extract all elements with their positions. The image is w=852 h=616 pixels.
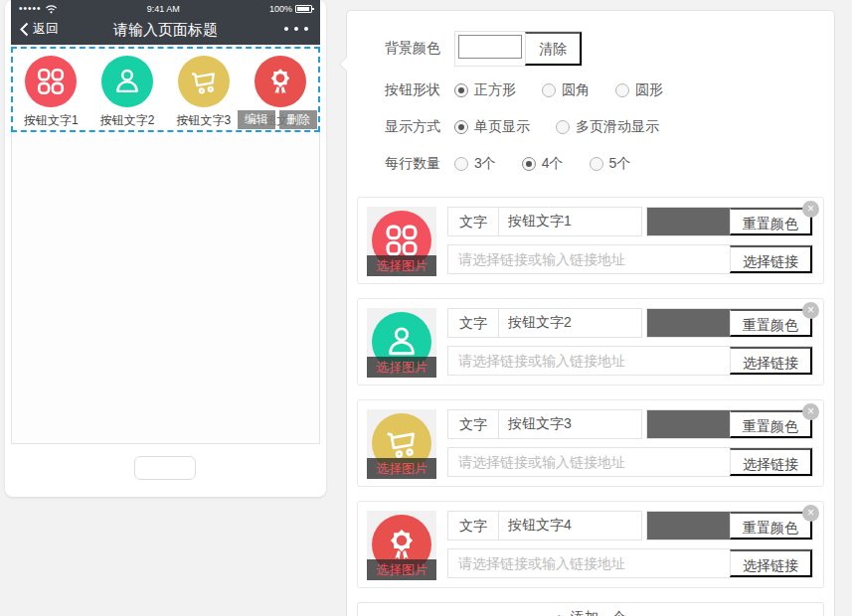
phone-header: ••••• 9:41 AM 100% 返回 请输入页面标题 bbox=[11, 0, 320, 45]
option-label: 圆角 bbox=[562, 81, 590, 99]
item-cards-list: 选择图片 文字 重置颜色 选择链接 × bbox=[347, 192, 834, 588]
clear-color-button[interactable]: 清除 bbox=[525, 32, 582, 66]
per-row-row: 每行数量 3个 4个 5个 bbox=[385, 151, 824, 177]
back-chevron-icon bbox=[20, 22, 29, 37]
image-tile[interactable]: 选择图片 bbox=[367, 207, 436, 276]
add-item-label: 添加一个 bbox=[571, 609, 626, 616]
reset-color-button[interactable]: 重置颜色 bbox=[730, 309, 812, 337]
radio-icon bbox=[590, 157, 603, 171]
menu-dots-icon[interactable] bbox=[284, 27, 308, 31]
button-text-input[interactable] bbox=[499, 410, 641, 438]
color-swatch[interactable] bbox=[647, 309, 730, 337]
reset-color-button[interactable]: 重置颜色 bbox=[730, 208, 812, 235]
option-label: 5个 bbox=[609, 155, 631, 173]
select-image-button[interactable]: 选择图片 bbox=[367, 458, 436, 479]
per-row-option-3[interactable]: 3个 bbox=[454, 155, 496, 173]
per-row-option-5[interactable]: 5个 bbox=[590, 155, 631, 173]
status-bar: ••••• 9:41 AM 100% bbox=[11, 0, 320, 16]
selected-component-area[interactable]: 按钮文字1 按钮文字2 按钮文字3 按钮文字4 编辑 删除 bbox=[11, 47, 320, 132]
shape-option-circle[interactable]: 圆形 bbox=[615, 81, 663, 99]
edit-badge[interactable]: 编辑 bbox=[238, 110, 275, 129]
radio-icon bbox=[454, 120, 468, 134]
per-row-label: 每行数量 bbox=[385, 155, 454, 173]
select-link-button[interactable]: 选择链接 bbox=[730, 347, 812, 375]
item-card-4: 选择图片 文字 重置颜色 选择链接 × bbox=[357, 501, 824, 588]
select-image-button[interactable]: 选择图片 bbox=[367, 255, 436, 276]
preview-button-label: 按钮文字2 bbox=[100, 112, 155, 129]
empty-slot-button[interactable] bbox=[134, 456, 196, 480]
shape-option-rounded[interactable]: 圆角 bbox=[542, 81, 590, 99]
option-label: 单页显示 bbox=[474, 118, 530, 136]
display-option-multi[interactable]: 多页滑动显示 bbox=[556, 118, 659, 136]
reset-color-button[interactable]: 重置颜色 bbox=[730, 512, 812, 539]
radio-icon bbox=[615, 83, 629, 97]
link-input[interactable] bbox=[448, 245, 730, 273]
image-tile[interactable]: 选择图片 bbox=[367, 511, 436, 580]
shape-row: 按钮形状 正方形 圆角 圆形 bbox=[385, 77, 824, 103]
option-label: 3个 bbox=[474, 155, 496, 173]
back-button[interactable]: 返回 bbox=[20, 20, 59, 38]
person-icon bbox=[101, 56, 153, 107]
link-input[interactable] bbox=[448, 448, 730, 476]
delete-badge[interactable]: 删除 bbox=[279, 110, 317, 129]
link-input[interactable] bbox=[448, 347, 730, 375]
image-tile[interactable]: 选择图片 bbox=[367, 409, 436, 479]
status-time: 9:41 AM bbox=[147, 4, 180, 14]
add-item-button[interactable]: + 添加一个 bbox=[357, 602, 824, 616]
option-label: 多页滑动显示 bbox=[576, 118, 659, 136]
close-icon[interactable]: × bbox=[802, 302, 819, 319]
reset-color-button[interactable]: 重置颜色 bbox=[730, 410, 812, 438]
cart-icon bbox=[178, 56, 230, 107]
display-mode-row: 显示方式 单页显示 多页滑动显示 bbox=[385, 114, 824, 140]
link-input[interactable] bbox=[448, 549, 730, 577]
preview-button-label: 按钮文字3 bbox=[177, 112, 232, 129]
preview-button-2[interactable]: 按钮文字2 bbox=[89, 56, 166, 129]
grid-icon bbox=[25, 56, 77, 107]
settings-panel: 背景颜色 清除 按钮形状 正方形 圆角 圆形 bbox=[346, 10, 835, 616]
button-text-input[interactable] bbox=[499, 208, 641, 235]
radio-icon bbox=[454, 83, 468, 97]
preview-button-1[interactable]: 按钮文字1 bbox=[13, 56, 89, 129]
shape-option-square[interactable]: 正方形 bbox=[454, 81, 516, 99]
button-text-input[interactable] bbox=[499, 309, 641, 337]
bg-color-row: 背景颜色 清除 bbox=[385, 31, 824, 67]
text-field-label: 文字 bbox=[448, 208, 499, 235]
color-swatch[interactable] bbox=[647, 512, 730, 539]
item-card-2: 选择图片 文字 重置颜色 选择链接 × bbox=[357, 298, 824, 385]
color-swatch[interactable] bbox=[647, 208, 730, 235]
bg-color-input[interactable] bbox=[458, 35, 522, 59]
select-image-button[interactable]: 选择图片 bbox=[367, 559, 436, 580]
option-label: 4个 bbox=[542, 155, 564, 173]
item-card-1: 选择图片 文字 重置颜色 选择链接 × bbox=[357, 197, 824, 284]
option-label: 正方形 bbox=[474, 81, 516, 99]
radio-icon bbox=[542, 83, 556, 97]
back-label: 返回 bbox=[33, 20, 59, 38]
display-mode-label: 显示方式 bbox=[385, 118, 454, 136]
display-option-single[interactable]: 单页显示 bbox=[454, 118, 530, 136]
text-field-label: 文字 bbox=[448, 512, 499, 539]
close-icon[interactable]: × bbox=[802, 201, 819, 218]
option-label: 圆形 bbox=[635, 81, 663, 99]
select-link-button[interactable]: 选择链接 bbox=[730, 549, 812, 577]
preview-button-3[interactable]: 按钮文字3 bbox=[166, 56, 243, 129]
select-link-button[interactable]: 选择链接 bbox=[730, 448, 812, 476]
badge-icon bbox=[255, 56, 306, 107]
close-icon[interactable]: × bbox=[802, 403, 819, 420]
per-row-option-4[interactable]: 4个 bbox=[522, 155, 564, 173]
signal-dots-icon: ••••• bbox=[19, 4, 42, 14]
controls-section: 背景颜色 清除 按钮形状 正方形 圆角 圆形 bbox=[347, 11, 834, 192]
shape-label: 按钮形状 bbox=[385, 81, 454, 99]
radio-icon bbox=[556, 120, 570, 134]
phone-screen-body[interactable] bbox=[11, 132, 320, 444]
radio-icon bbox=[522, 157, 536, 171]
button-text-input[interactable] bbox=[499, 512, 641, 539]
color-swatch[interactable] bbox=[647, 410, 730, 438]
battery-icon bbox=[295, 5, 312, 13]
text-field-label: 文字 bbox=[448, 410, 499, 438]
radio-icon bbox=[454, 157, 468, 171]
image-tile[interactable]: 选择图片 bbox=[367, 308, 436, 378]
phone-preview-card: ••••• 9:41 AM 100% 返回 请输入页面标题 bbox=[5, 0, 326, 497]
select-image-button[interactable]: 选择图片 bbox=[367, 357, 436, 378]
select-link-button[interactable]: 选择链接 bbox=[730, 245, 812, 273]
close-icon[interactable]: × bbox=[802, 505, 819, 522]
